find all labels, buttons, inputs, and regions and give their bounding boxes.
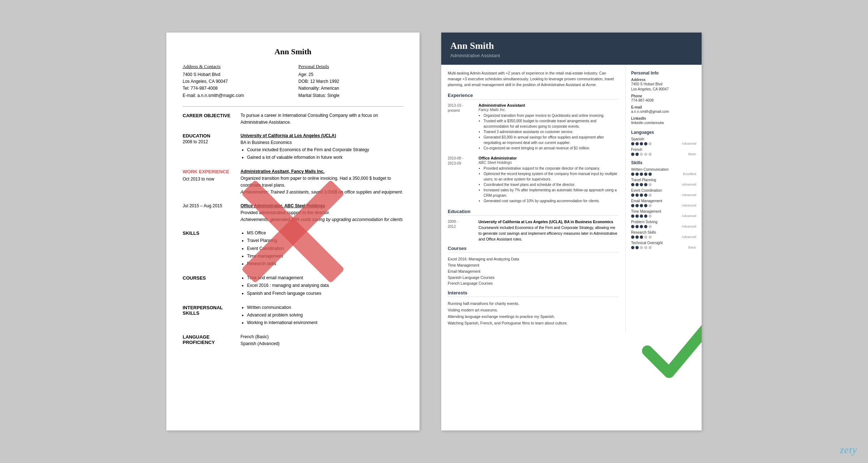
dot xyxy=(631,183,634,186)
left-top-section: Address & Contacts 7400 S Hobart Blvd Lo… xyxy=(183,64,403,99)
education-degree: BA in Business Economics xyxy=(241,140,292,145)
dot xyxy=(644,246,647,249)
experience-heading: Experience xyxy=(448,93,619,99)
career-objective-content: To pursue a career in International Cons… xyxy=(241,112,403,126)
lang-spanish-name: Spanish xyxy=(631,137,696,141)
dot xyxy=(635,153,639,156)
dot xyxy=(640,183,643,186)
skill-travel-row: Travel Planning Advanced xyxy=(631,178,696,186)
skill-problem-dots-row: Advanced xyxy=(631,225,696,228)
lang-french-name: French xyxy=(631,148,696,152)
dot xyxy=(648,194,652,197)
dot xyxy=(640,225,643,228)
interpersonal-1: Written communication xyxy=(247,304,403,311)
skill-research-dots-row: Advanced xyxy=(631,235,696,239)
dot xyxy=(631,214,634,218)
skill-technical-name: Technical Oversight xyxy=(631,241,696,245)
email-label-sidebar: E-mail xyxy=(631,105,696,109)
skill-written-dots xyxy=(631,173,652,176)
dot xyxy=(640,153,643,156)
exp-2-bullet-2: Optimized the record keeping system of t… xyxy=(484,171,619,182)
exp-1-bullet-4: Generated $3,000 in annual savings for o… xyxy=(484,135,619,145)
dot xyxy=(631,204,634,207)
skill-travel-dots xyxy=(631,183,652,186)
skill-time-dots xyxy=(631,214,652,218)
work-exp-2-dates: Jul 2015 – Aug 2015 xyxy=(183,203,233,209)
languages-heading: Languages xyxy=(631,130,696,135)
skill-research-level: Advanced xyxy=(682,235,696,239)
lang-spanish-level: Advanced xyxy=(682,142,696,145)
dot xyxy=(644,173,647,176)
dot xyxy=(644,214,647,218)
skill-written-name: Written Communication xyxy=(631,167,696,171)
work-exp-row: WORK EXPERIENCE Oct 2013 to now Administ… xyxy=(183,168,403,196)
right-header: Ann Smith Administrative Assistant xyxy=(441,33,702,65)
dot xyxy=(635,173,639,176)
education-bullet-1: Course included Economics of the Firm an… xyxy=(247,146,403,153)
lang-french-level: Basic xyxy=(688,152,696,156)
work-exp-2-achievements: Achievements: generated 10% costs saving… xyxy=(241,217,403,222)
work-exp-label: WORK EXPERIENCE xyxy=(183,168,233,174)
dot xyxy=(635,204,639,207)
divider xyxy=(183,106,403,107)
edu-1-desc: Coursework included Economics of the Fir… xyxy=(478,225,617,241)
dot xyxy=(648,142,652,145)
right-title: Administrative Assistant xyxy=(450,53,693,58)
course-1: Time and email management xyxy=(247,275,403,281)
dot xyxy=(648,153,652,156)
work-exp-2-text: Provided administrative support to the d… xyxy=(241,210,330,215)
dot xyxy=(631,194,634,197)
skill-time-level: Advanced xyxy=(682,214,696,218)
education-heading: Education xyxy=(448,209,619,216)
dot xyxy=(648,204,652,207)
exp-2-title: Office Administrator xyxy=(478,156,619,160)
left-name: Ann Smith xyxy=(183,47,403,56)
work-exp-2-content: Office Administrator, ABC Steel Holdings… xyxy=(241,203,403,224)
dot xyxy=(648,173,652,176)
education-school: University of California at Los Angeles … xyxy=(241,133,336,138)
skill-travel-name: Travel Planning xyxy=(631,178,696,182)
career-objective-label: CAREER OBJECTIVE xyxy=(183,112,233,126)
skill-4: Time management xyxy=(247,253,403,260)
dot xyxy=(631,235,634,239)
skill-travel-dots-row: Advanced xyxy=(631,183,696,186)
skill-research-name: Research Skills xyxy=(631,230,696,234)
lang-french-row: French Basic xyxy=(631,148,696,156)
skills-list: MS Office Travel Planning Event Coordina… xyxy=(241,230,403,267)
edu-1-school: University of California at Los Angeles … xyxy=(478,220,613,224)
career-objective-row: CAREER OBJECTIVE To pursue a career in I… xyxy=(183,112,403,126)
dot xyxy=(648,225,652,228)
skills-row: SKILLS MS Office Travel Planning Event C… xyxy=(183,230,403,268)
phone-value-sidebar: 774-987-4008 xyxy=(631,98,696,103)
education-content: University of California at Los Angeles … xyxy=(241,132,403,162)
exp-1-title: Administrative Assistant xyxy=(478,103,619,107)
dot xyxy=(631,153,634,156)
address-label-sidebar: Address xyxy=(631,78,696,82)
work-exp-2-title: Office Administrator, ABC Steel Holdings xyxy=(241,203,325,208)
dot xyxy=(644,235,647,239)
skills-label: SKILLS xyxy=(183,230,233,268)
skills-content: MS Office Travel Planning Event Coordina… xyxy=(241,230,403,268)
left-personal-col: Personal Details Age: 25 DOB: 12 March 1… xyxy=(298,64,403,99)
skill-3: Event Coordination xyxy=(247,245,403,252)
skill-technical-dots-row: Basic xyxy=(631,246,696,249)
courses-heading: Courses xyxy=(448,246,619,252)
dot xyxy=(644,153,647,156)
exp-1-bullets: Organized transition from paper invoice … xyxy=(478,113,619,151)
exp-1-date: 2013-10 -present xyxy=(448,103,475,151)
exp-2-bullet-5: Generated cost savings of 10% by upgradi… xyxy=(484,198,619,204)
right-main-col: Multi-tasking Admin Assistant with +2 ye… xyxy=(441,65,626,332)
skill-technical-level: Basic xyxy=(688,246,696,249)
work-exp-label-col: WORK EXPERIENCE Oct 2013 to now xyxy=(183,168,233,196)
lang-spanish-dots xyxy=(631,142,652,145)
dot xyxy=(631,142,634,145)
right-name: Ann Smith xyxy=(450,41,693,51)
skill-research-row: Research Skills Advanced xyxy=(631,230,696,239)
dot xyxy=(640,235,643,239)
dot xyxy=(635,194,639,197)
exp-2-detail: Office Administrator ABC Steel Holdings … xyxy=(478,156,619,204)
lang-french-dots-row: Basic xyxy=(631,152,696,156)
education-row: EDUCATION 2008 to 2012 University of Cal… xyxy=(183,132,403,162)
skill-written-level: Excellent xyxy=(683,172,696,176)
linkedin-label-sidebar: LinkedIn xyxy=(631,116,696,120)
